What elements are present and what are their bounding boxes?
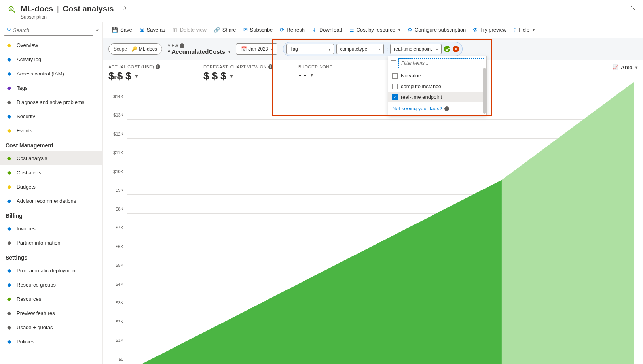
save-button[interactable]: 💾Save xyxy=(108,25,135,35)
info-icon: i xyxy=(268,64,273,69)
configure-subscription-button[interactable]: ⚙Configure subscription xyxy=(404,25,469,35)
filter-ok-icon[interactable] xyxy=(444,46,450,52)
y-axis-tick: $4K xyxy=(116,282,123,287)
save-as-icon: 🖫 xyxy=(139,27,144,33)
y-axis-tick: $6K xyxy=(116,244,123,249)
sidebar-item-resource-groups[interactable]: ◆Resource groups xyxy=(0,277,102,292)
sidebar-item-activity-log[interactable]: ◆Activity log xyxy=(0,52,102,66)
help-button[interactable]: ?Help▾ xyxy=(510,25,538,35)
dropdown-option-no-value[interactable]: No value xyxy=(388,70,486,81)
y-axis-tick: $2K xyxy=(116,319,123,324)
filter-remove-icon[interactable]: ✕ xyxy=(453,46,459,52)
view-selector[interactable]: VIEW i * AccumulatedCosts▾ xyxy=(168,43,230,55)
sidebar-item-label: Policies xyxy=(17,339,34,345)
sidebar-item-access-control-iam-[interactable]: ◆Access control (IAM) xyxy=(0,66,102,81)
scope-pill[interactable]: Scope : 🔑 ML-docs xyxy=(108,43,162,55)
y-axis-tick: $14K xyxy=(113,94,123,99)
dropdown-scrollbar[interactable] xyxy=(483,68,486,114)
metric-forecast: FORECAST: CHART VIEW ONi $ $ $▾ xyxy=(203,64,275,82)
option-label: real-time endpoint xyxy=(401,94,442,100)
sidebar-item-label: Overview xyxy=(17,42,38,48)
sidebar-item-label: Usage + quotas xyxy=(17,324,53,330)
sidebar-item-diagnose-and-solve-problems[interactable]: ◆Diagnose and solve problems xyxy=(0,95,102,109)
sidebar-item-label: Cost analysis xyxy=(17,155,47,161)
tags-help-link[interactable]: Not seeing your tags?i xyxy=(388,102,486,115)
download-icon: ⭳ xyxy=(312,27,317,33)
more-icon[interactable]: ⋯ xyxy=(133,4,140,13)
sidebar-item-invoices[interactable]: ◆Invoices xyxy=(0,221,102,236)
info-icon: i xyxy=(444,106,449,111)
scope-label: Scope : xyxy=(114,46,130,52)
select-all-checkbox[interactable] xyxy=(391,60,396,66)
sidebar-item-tags[interactable]: ◆Tags xyxy=(0,81,102,95)
filter-key-select[interactable]: computetype▾ xyxy=(336,44,384,54)
sidebar-group-cost-management: Cost Management xyxy=(0,138,102,151)
sidebar-item-budgets[interactable]: ◆Budgets xyxy=(0,179,102,194)
checkbox[interactable]: ✓ xyxy=(392,94,398,100)
filter-value-select[interactable]: real-time endpoint▾ xyxy=(390,44,442,54)
metric-forecast-value[interactable]: $ $ $▾ xyxy=(203,70,275,82)
download-button[interactable]: ⭳Download xyxy=(309,25,345,35)
y-axis-tick: $11K xyxy=(113,150,123,155)
sidebar-item-partner-information[interactable]: ◆Partner information xyxy=(0,236,102,250)
metrics-row: ACTUAL COST (USD)i $ $ $▾ FORECAST: CHAR… xyxy=(103,60,643,82)
metric-budget-label: BUDGET: NONE xyxy=(298,64,332,69)
date-range-pill[interactable]: 📅 Jan 2023 ▾ xyxy=(236,43,277,55)
sidebar-item-cost-analysis[interactable]: ◆Cost analysis xyxy=(0,151,102,165)
cost-area-chart[interactable]: $0$1K$2K$3K$4K$5K$6K$7K$8K$9K$10K$11K$12… xyxy=(127,82,634,364)
save-as-button[interactable]: 🖫Save as xyxy=(136,25,169,35)
sidebar-item-label: Cost alerts xyxy=(17,170,41,175)
chevron-down-icon: ▾ xyxy=(230,74,233,79)
sidebar-item-security[interactable]: ◆Security xyxy=(0,109,102,123)
y-axis-tick: $5K xyxy=(116,263,123,268)
sidebar-item-label: Activity log xyxy=(17,57,41,62)
sidebar-item-label: Advisor recommendations xyxy=(17,198,76,204)
info-icon: i xyxy=(180,43,184,48)
y-axis-tick: $7K xyxy=(116,225,123,230)
chart-container: $0$1K$2K$3K$4K$5K$6K$7K$8K$9K$10K$11K$12… xyxy=(103,82,637,364)
chart-type-select[interactable]: 📈 Area ▾ xyxy=(612,64,637,70)
close-icon[interactable] xyxy=(630,6,636,12)
sidebar-item-preview-features[interactable]: ◆Preview features xyxy=(0,306,102,320)
share-button[interactable]: 🔗Share xyxy=(211,25,239,35)
sidebar-item-label: Programmatic deployment xyxy=(17,268,77,273)
chevron-down-icon: ▾ xyxy=(378,47,380,51)
refresh-button[interactable]: ⟳Refresh xyxy=(277,25,308,35)
sidebar-item-programmatic-deployment[interactable]: ◆Programmatic deployment xyxy=(0,263,102,277)
y-axis-tick: $10K xyxy=(113,169,123,174)
sidebar-search[interactable] xyxy=(4,25,93,36)
try-preview-button[interactable]: ⚗Try preview xyxy=(470,25,510,35)
metric-budget-value[interactable]: - -▾ xyxy=(298,70,370,80)
title-sep: | xyxy=(57,4,59,13)
sidebar-group-billing: Billing xyxy=(0,208,102,221)
sidebar-item-usage-quotas[interactable]: ◆Usage + quotas xyxy=(0,320,102,334)
chevron-down-icon: ▾ xyxy=(398,28,400,32)
chevron-down-icon: ▾ xyxy=(533,28,535,32)
filter-items-input[interactable] xyxy=(398,58,484,68)
flask-icon: ⚗ xyxy=(473,27,478,33)
filter-field-select[interactable]: Tag▾ xyxy=(286,44,334,54)
series-actual xyxy=(142,180,502,364)
cost-by-resource-button[interactable]: ☰Cost by resource▾ xyxy=(346,25,404,35)
view-label: VIEW xyxy=(168,43,178,48)
y-axis-tick: $0 xyxy=(119,357,123,362)
chevron-down-icon: ▾ xyxy=(228,49,230,54)
sidebar-item-overview[interactable]: ◆Overview xyxy=(0,38,102,52)
sidebar-item-cost-alerts[interactable]: ◆Cost alerts xyxy=(0,165,102,179)
main-content: 💾Save 🖫Save as 🗑Delete view 🔗Share ✉Subs… xyxy=(103,22,643,364)
pin-icon[interactable] xyxy=(121,6,129,13)
sidebar-item-events[interactable]: ◆Events xyxy=(0,123,102,138)
sidebar: « ◆Overview◆Activity log◆Access control … xyxy=(0,22,103,364)
dropdown-option-real-time-endpoint[interactable]: ✓real-time endpoint xyxy=(388,92,486,102)
sidebar-item-advisor-recommendations[interactable]: ◆Advisor recommendations xyxy=(0,194,102,208)
checkbox[interactable] xyxy=(392,84,398,89)
search-input[interactable] xyxy=(12,27,91,34)
dropdown-option-compute-instance[interactable]: compute instance xyxy=(388,81,486,92)
svg-line-2 xyxy=(13,11,15,13)
sidebar-item-policies[interactable]: ◆Policies xyxy=(0,334,102,349)
collapse-sidebar-icon[interactable]: « xyxy=(96,27,99,33)
sidebar-item-resources[interactable]: ◆Resources xyxy=(0,292,102,306)
delete-view-button: 🗑Delete view xyxy=(169,25,210,35)
checkbox[interactable] xyxy=(392,73,398,79)
subscribe-button[interactable]: ✉Subscribe xyxy=(240,25,276,35)
